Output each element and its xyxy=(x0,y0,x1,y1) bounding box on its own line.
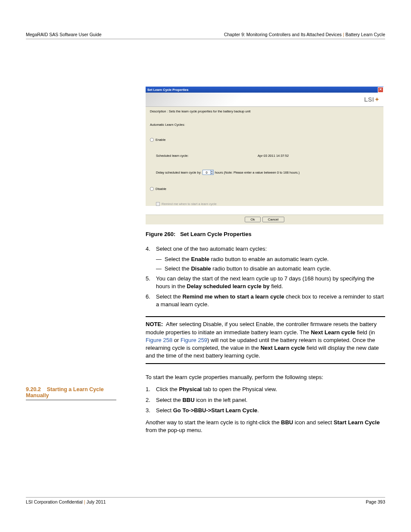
ok-button[interactable]: Ok xyxy=(245,217,260,222)
s2-alt-text: Another way to start the learn cycle is … xyxy=(146,419,385,434)
dialog-title: Set Learn Cycle Properties xyxy=(147,88,188,92)
dialog-banner: LSI✦ xyxy=(146,93,383,106)
link-figure-259[interactable]: Figure 259 xyxy=(181,337,207,343)
header-chapter: Chapter 9: Monitoring Controllers and It… xyxy=(224,32,342,37)
step-4: 4. Select one of the two automatic learn… xyxy=(146,245,385,253)
delay-suffix: hours (Note: Please enter a value betwee… xyxy=(215,171,300,174)
page-footer: LSI Corporation Confidential|July 2011 P… xyxy=(26,497,385,504)
dialog-body: Description : Sets the learn cycle prope… xyxy=(146,106,383,206)
lsi-logo: LSI✦ xyxy=(364,96,379,103)
dialog-titlebar: Set Learn Cycle Properties ✕ xyxy=(146,87,383,93)
disable-radio[interactable] xyxy=(150,187,154,191)
scheduled-label: Scheduled learn cycle: xyxy=(156,154,258,158)
enable-radio-row[interactable]: Enable xyxy=(150,138,379,142)
enable-radio[interactable] xyxy=(150,138,154,142)
scheduled-value: Apr 03 2011 14:37:52 xyxy=(258,154,289,158)
delay-value: 0 xyxy=(203,171,210,174)
remind-checkbox[interactable] xyxy=(156,202,160,206)
link-figure-258[interactable]: Figure 258 xyxy=(146,337,172,343)
header-right: Chapter 9: Monitoring Controllers and It… xyxy=(224,32,385,37)
step-4b: — Select the Disable radio button to dis… xyxy=(156,265,385,273)
dialog-screenshot: Set Learn Cycle Properties ✕ LSI✦ Descri… xyxy=(146,87,383,224)
delay-spinner[interactable]: 0 ▲▼ xyxy=(202,170,213,175)
header-section: Battery Learn Cycle xyxy=(346,32,385,37)
disable-label: Disable xyxy=(156,187,166,191)
section-number: 9.20.2 xyxy=(26,386,41,392)
step-5: 5. You can delay the start of the next l… xyxy=(146,275,385,290)
figure-title: Set Learn Cycle Properties xyxy=(180,231,251,237)
s2-step-2: 2. Select the BBU icon in the left panel… xyxy=(146,396,385,404)
disable-radio-row[interactable]: Disable xyxy=(150,187,379,191)
enable-label: Enable xyxy=(156,138,165,142)
note-box: NOTE: After selecting Disable, if you se… xyxy=(146,316,385,364)
footer-right: Page 393 xyxy=(366,499,385,504)
delay-label: Delay scheduled learn cycle by: xyxy=(156,171,201,174)
auto-learn-label: Automatic Learn Cycles: xyxy=(150,123,379,127)
remind-label: Remind me when to start a learn cycle xyxy=(162,202,217,206)
section2-intro: To start the learn cycle properties manu… xyxy=(146,373,385,434)
dialog-footer: Ok Cancel xyxy=(146,215,383,224)
footer-left: LSI Corporation Confidential|July 2011 xyxy=(26,499,106,504)
header-left: MegaRAID SAS Software User Guide xyxy=(26,32,102,37)
delay-row: Delay scheduled learn cycle by: 0 ▲▼ hou… xyxy=(156,170,379,175)
figure-caption: Figure 260: Set Learn Cycle Properties xyxy=(146,231,385,237)
figure-number: Figure 260: xyxy=(146,231,175,237)
note-label: NOTE: xyxy=(146,321,163,327)
step-4a: — Select the Enable radio button to enab… xyxy=(156,255,385,263)
close-icon[interactable]: ✕ xyxy=(378,87,383,93)
section-heading: 9.20.2 Starting a Learn Cycle Manually xyxy=(26,386,116,400)
header-rule xyxy=(26,39,385,39)
spinner-arrows-icon[interactable]: ▲▼ xyxy=(210,170,213,174)
remind-row[interactable]: Remind me when to start a learn cycle xyxy=(156,202,379,206)
page-header: MegaRAID SAS Software User Guide Chapter… xyxy=(0,0,411,37)
s2-step-1: 1. Click the Physical tab to open the Ph… xyxy=(146,386,385,393)
description-text: Description : Sets the learn cycle prope… xyxy=(150,109,379,113)
s2-step-3: 3. Select Go To->BBU->Start Learn Cycle. xyxy=(146,407,385,414)
step-6: 6. Select the Remind me when to start a … xyxy=(146,293,385,308)
steps-block: 4. Select one of the two automatic learn… xyxy=(146,245,385,308)
scheduled-row: Scheduled learn cycle: Apr 03 2011 14:37… xyxy=(156,154,379,158)
cancel-button[interactable]: Cancel xyxy=(262,217,284,222)
